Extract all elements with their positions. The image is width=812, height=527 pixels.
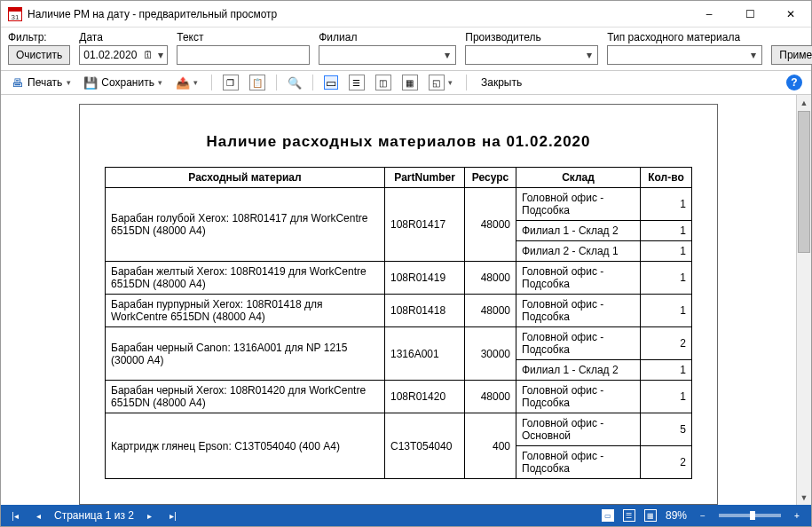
two-page-icon: ◫ [375, 75, 391, 90]
clear-filter-button[interactable]: Очистить [8, 45, 70, 65]
titlebar: Наличие РМ на дату - предварительный про… [1, 1, 811, 28]
cell-warehouse: Филиал 2 - Склад 1 [516, 241, 641, 262]
chevron-down-icon: ▾ [64, 78, 73, 87]
table-row: Барабан пурпурный Xerox: 108R01418 для W… [106, 295, 692, 327]
two-page-button[interactable]: ◫ [372, 73, 395, 92]
export-button[interactable]: 📤 ▾ [172, 73, 204, 92]
cell-partnumber: 108R01420 [385, 381, 465, 413]
cell-qty: 2 [641, 327, 692, 360]
multi-page-icon: ▦ [402, 75, 418, 90]
zoom-out-button[interactable]: − [696, 508, 710, 523]
zoom-in-button[interactable]: + [790, 508, 804, 523]
cell-partnumber: C13T054040 [385, 413, 465, 479]
cell-name: Барабан голубой Xerox: 108R01417 для Wor… [106, 188, 385, 262]
preview-scroll[interactable]: Наличие расходных материалов на 01.02.20… [1, 95, 796, 505]
maximize-button[interactable]: ☐ [729, 1, 770, 28]
cell-warehouse: Головной офис - Подсобка [516, 188, 641, 221]
cell-qty: 1 [641, 188, 692, 221]
window-title: Наличие РМ на дату - предварительный про… [28, 8, 689, 20]
calendar-icon[interactable]: 🗓 [142, 46, 154, 64]
single-page-button[interactable]: ▭ [320, 73, 342, 92]
continuous-button[interactable]: ☰ [345, 73, 368, 92]
single-page-icon: ▭ [324, 75, 338, 90]
cell-qty: 1 [641, 221, 692, 241]
cell-name: Барабан черный Xerox: 108R01420 для Work… [106, 381, 385, 413]
cell-warehouse: Филиал 1 - Склад 2 [516, 360, 641, 381]
separator [276, 75, 277, 90]
close-preview-button[interactable]: Закрыть [474, 73, 525, 92]
cell-partnumber: 108R01418 [385, 295, 465, 327]
view-mode-single[interactable]: ▭ [602, 509, 614, 522]
report-title: Наличие расходных материалов на 01.02.20… [105, 133, 692, 151]
cell-resource: 30000 [465, 327, 516, 381]
branch-value [319, 46, 439, 64]
chevron-down-icon: ▾ [156, 78, 165, 87]
cell-qty: 2 [641, 446, 692, 479]
cell-partnumber: 108R01417 [385, 188, 465, 262]
cell-warehouse: Головной офис - Подсобка [516, 327, 641, 360]
branch-combo[interactable]: ▾ [319, 45, 456, 65]
multi-page-button[interactable]: ▦ [398, 73, 422, 92]
cell-qty: 1 [641, 381, 692, 413]
search-icon: 🔍 [288, 75, 302, 90]
separator [312, 75, 313, 90]
date-field[interactable]: 🗓 ▾ [79, 45, 168, 65]
table-row: Барабан черный Canon: 1316A001 для NP 12… [106, 327, 692, 360]
next-page-button[interactable]: ▸ [143, 508, 157, 523]
apply-filter-button[interactable]: Применить [771, 45, 812, 65]
cell-qty: 1 [641, 295, 692, 327]
view-mode-continuous[interactable]: ☰ [623, 509, 635, 522]
vertical-scrollbar[interactable]: ▲ ▼ [796, 95, 811, 505]
text-field[interactable] [177, 45, 310, 65]
save-button[interactable]: 💾 Сохранить ▾ [80, 73, 169, 92]
last-page-button[interactable]: ▸| [166, 508, 180, 523]
help-icon: ? [786, 75, 802, 90]
date-dropdown-icon[interactable]: ▾ [154, 46, 167, 64]
first-page-button[interactable]: |◂ [8, 508, 22, 523]
type-combo[interactable]: ▾ [607, 45, 762, 65]
page-indicator: Страница 1 из 2 [54, 509, 134, 522]
text-input[interactable] [177, 46, 309, 64]
date-input[interactable] [80, 46, 142, 64]
cell-warehouse: Головной офис - Основной [516, 413, 641, 446]
cell-resource: 48000 [465, 262, 516, 295]
cell-qty: 1 [641, 360, 692, 381]
minimize-button[interactable]: – [689, 1, 729, 28]
toolbar: 🖶 Печать ▾ 💾 Сохранить ▾ 📤 ▾ ❐ 📋 🔍 ▭ ☰ ◫… [1, 70, 811, 95]
table-row: Барабан голубой Xerox: 108R01417 для Wor… [106, 188, 692, 221]
scroll-up-button[interactable]: ▲ [797, 95, 811, 110]
chevron-down-icon: ▾ [581, 46, 597, 64]
zoom-slider-thumb[interactable] [750, 511, 755, 520]
zoom-icon: ◱ [429, 75, 445, 90]
table-row: Барабан черный Xerox: 108R01420 для Work… [106, 381, 692, 413]
cell-resource: 48000 [465, 381, 516, 413]
cell-qty: 1 [641, 262, 692, 295]
print-button[interactable]: 🖶 Печать ▾ [6, 73, 76, 92]
scroll-track[interactable] [797, 254, 811, 490]
cell-name: Барабан черный Canon: 1316A001 для NP 12… [106, 327, 385, 381]
app-icon [8, 7, 22, 21]
preview-area: Наличие расходных материалов на 01.02.20… [1, 95, 811, 505]
zoom-slider[interactable] [719, 514, 781, 517]
scroll-thumb[interactable] [798, 111, 810, 253]
cell-warehouse: Головной офис - Подсобка [516, 446, 641, 479]
copy-button[interactable]: ❐ [219, 73, 242, 92]
help-button[interactable]: ? [783, 73, 806, 92]
separator [466, 75, 467, 90]
copy-icon: ❐ [223, 75, 239, 90]
text-label: Текст [177, 31, 310, 43]
paste-button[interactable]: 📋 [246, 73, 269, 92]
vendor-combo[interactable]: ▾ [465, 45, 598, 65]
zoom-level: 89% [666, 509, 687, 522]
close-button[interactable]: ✕ [770, 1, 811, 28]
view-mode-multi[interactable]: ▦ [644, 509, 657, 522]
zoom-dropdown[interactable]: ◱▾ [425, 73, 459, 92]
scroll-down-button[interactable]: ▼ [797, 490, 811, 505]
table-header-row: Расходный материал PartNumber Ресурс Скл… [106, 168, 692, 188]
export-icon: 📤 [176, 75, 190, 90]
table-row: Картридж глянец Epson: C13T054040 (400 А… [106, 413, 692, 446]
header-resource: Ресурс [465, 168, 516, 188]
chevron-down-icon: ▾ [439, 46, 455, 64]
prev-page-button[interactable]: ◂ [31, 508, 45, 523]
find-button[interactable]: 🔍 [284, 73, 305, 92]
